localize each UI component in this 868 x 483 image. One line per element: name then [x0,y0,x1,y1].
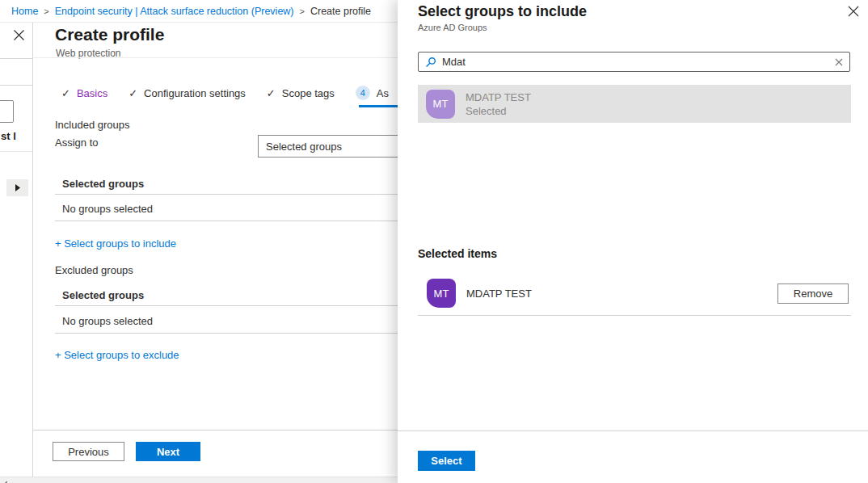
group-avatar: MT [426,90,455,119]
tab-configuration-settings[interactable]: ✓ Configuration settings [129,87,246,99]
search-icon [425,57,436,68]
step-number-badge: 4 [356,86,370,100]
breadcrumb: Home > Endpoint security | Attack surfac… [0,0,398,23]
select-groups-panel: Select groups to include Azure AD Groups… [398,0,868,483]
tab-assignments[interactable]: 4 As [356,86,389,100]
close-icon[interactable] [848,6,859,20]
group-avatar: MT [427,279,456,308]
tab-scope-tags[interactable]: ✓ Scope tags [267,87,335,99]
clipped-search-box[interactable] [0,100,14,123]
expand-panel-button[interactable] [6,179,28,196]
divider [0,85,32,86]
check-icon: ✓ [129,87,137,99]
tab-basics[interactable]: ✓ Basics [61,87,107,99]
selected-items-header: Selected items [418,247,497,260]
breadcrumb-endpoint-security-link[interactable]: Endpoint security | Attack surface reduc… [55,6,294,17]
breadcrumb-home-link[interactable]: Home [11,6,38,17]
scrollbar-corner-mark [1,477,7,483]
excluded-groups-label: Excluded groups [55,264,133,277]
included-groups-label: Included groups [55,119,130,132]
excluded-table-header: Selected groups [62,289,144,302]
page-title: Create profile [55,25,164,44]
assign-to-dropdown[interactable]: Selected groups [258,135,398,158]
selected-item-row: MT MDATP TEST Remove [427,279,849,308]
divider [33,430,398,430]
divider [0,58,32,59]
group-suggestion-row-selected[interactable]: MT MDATP TEST Selected [418,85,851,123]
divider [398,430,868,431]
divider [0,151,32,152]
divider [55,220,398,221]
select-groups-to-include-link[interactable]: + Select groups to include [55,237,176,250]
tab-assignments-label: As [377,87,389,99]
tab-scope-tags-label: Scope tags [282,87,335,99]
background-page-strip: st l [0,23,32,477]
clipped-column-text: st l [1,130,16,142]
tab-configuration-settings-label: Configuration settings [144,87,246,99]
next-button[interactable]: Next [136,442,200,461]
excluded-empty-text: No groups selected [62,315,153,328]
panel-title: Select groups to include [418,3,587,20]
close-icon[interactable] [13,29,25,44]
divider [55,305,398,306]
active-tab-underline [359,105,398,107]
horizontal-scrollbar[interactable] [0,477,398,483]
divider [33,57,398,58]
group-search-box [418,52,850,72]
panel-subtitle: Azure AD Groups [418,23,487,32]
group-status: Selected [466,104,531,118]
screen: Home > Endpoint security | Attack surfac… [0,0,868,483]
create-profile-blade: Create profile Web protection ✓ Basics ✓… [32,23,398,477]
chevron-right-icon [15,184,20,191]
breadcrumb-separator: > [44,6,48,16]
clear-search-icon[interactable] [835,58,843,66]
wizard-steps: ✓ Basics ✓ Configuration settings ✓ Scop… [61,82,389,103]
included-empty-text: No groups selected [62,203,153,216]
select-button[interactable]: Select [418,451,475,471]
select-groups-to-exclude-link[interactable]: + Select groups to exclude [55,349,179,361]
assign-to-label: Assign to [55,136,98,149]
assign-to-dropdown-value: Selected groups [266,141,342,153]
tab-basics-label: Basics [77,87,107,99]
group-search-input[interactable] [442,56,829,68]
check-icon: ✓ [267,87,276,99]
previous-button[interactable]: Previous [53,442,124,461]
divider [55,194,398,195]
included-table-header: Selected groups [62,178,144,191]
breadcrumb-current-page: Create profile [310,6,371,17]
breadcrumb-separator: > [300,6,305,16]
selected-group-name: MDATP TEST [466,288,777,300]
divider [55,333,398,334]
check-icon: ✓ [61,87,70,99]
divider [418,315,851,316]
group-name: MDATP TEST [466,90,531,104]
remove-button[interactable]: Remove [777,284,849,304]
